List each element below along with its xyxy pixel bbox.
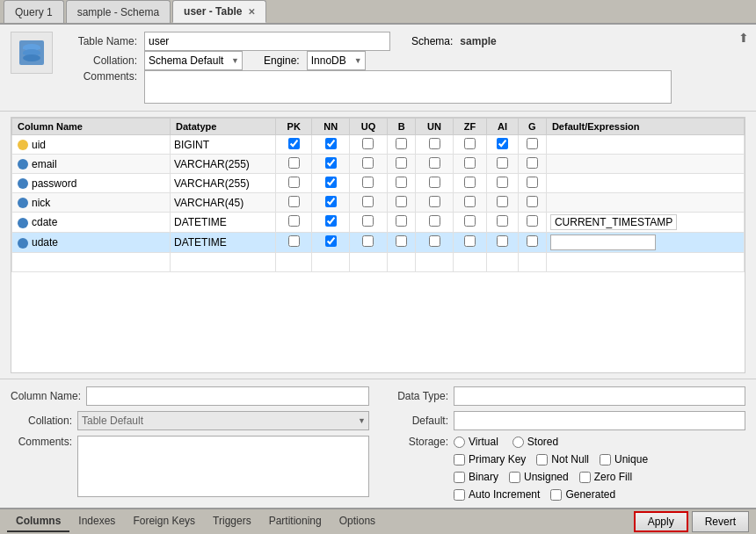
- tab-columns[interactable]: Columns: [7, 511, 69, 532]
- col-un-cb[interactable]: [429, 138, 440, 149]
- collapse-icon[interactable]: ⬆: [738, 32, 749, 44]
- detail-column-name-input[interactable]: [86, 386, 369, 406]
- col-pk-cb[interactable]: [288, 235, 300, 247]
- col-ai-cell[interactable]: [487, 135, 518, 155]
- not-null-checkbox[interactable]: [536, 454, 548, 465]
- col-nn-cb[interactable]: [325, 157, 337, 169]
- table-row[interactable]: email VARCHAR(255): [12, 155, 745, 174]
- col-nn-cell[interactable]: [312, 135, 349, 155]
- col-pk-cell[interactable]: [276, 135, 312, 155]
- table-name-input[interactable]: [144, 32, 390, 51]
- col-pk-cb[interactable]: [288, 138, 300, 149]
- detail-datatype-input[interactable]: [454, 386, 745, 406]
- col-g-cb[interactable]: [527, 157, 538, 169]
- col-nn-cb[interactable]: [325, 196, 337, 207]
- col-ai-cb[interactable]: [497, 138, 508, 149]
- col-g-cell[interactable]: [518, 233, 546, 253]
- tab-table-close-icon[interactable]: ✕: [248, 7, 255, 17]
- col-zf-cell[interactable]: [453, 233, 487, 253]
- col-uq-cb[interactable]: [362, 235, 374, 247]
- col-un-cell[interactable]: [416, 135, 453, 155]
- storage-stored-radio[interactable]: [512, 437, 524, 448]
- col-ai-cb[interactable]: [497, 215, 508, 227]
- col-pk-cell[interactable]: [276, 174, 312, 193]
- col-ai-cell[interactable]: [487, 213, 518, 233]
- col-zf-cb[interactable]: [464, 157, 476, 169]
- col-uq-cb[interactable]: [362, 196, 374, 207]
- col-zf-cell[interactable]: [453, 213, 487, 233]
- table-row[interactable]: udate DATETIME: [12, 233, 745, 253]
- col-ai-cb[interactable]: [497, 235, 508, 247]
- binary-item[interactable]: Binary: [454, 471, 498, 483]
- col-ai-cb[interactable]: [497, 177, 508, 188]
- col-b-cell[interactable]: [388, 193, 416, 213]
- col-nn-cell[interactable]: [312, 213, 349, 233]
- col-nn-cb[interactable]: [325, 138, 337, 149]
- col-uq-cell[interactable]: [349, 155, 387, 174]
- tab-table[interactable]: user - Table ✕: [172, 0, 265, 23]
- tab-options[interactable]: Options: [331, 511, 384, 532]
- col-ai-cell[interactable]: [487, 193, 518, 213]
- col-uq-cell[interactable]: [349, 213, 387, 233]
- col-nn-cell[interactable]: [312, 174, 349, 193]
- col-g-cb[interactable]: [527, 196, 538, 207]
- col-un-cell[interactable]: [416, 155, 453, 174]
- col-ai-cell[interactable]: [487, 233, 518, 253]
- generated-checkbox[interactable]: [550, 489, 562, 501]
- col-b-cell[interactable]: [388, 233, 416, 253]
- col-g-cell[interactable]: [518, 155, 546, 174]
- zero-fill-checkbox[interactable]: [579, 472, 591, 483]
- col-pk-cb[interactable]: [288, 157, 300, 169]
- col-g-cell[interactable]: [518, 135, 546, 155]
- tab-schema[interactable]: sample - Schema: [66, 0, 171, 23]
- engine-select[interactable]: InnoDB: [307, 51, 366, 70]
- tab-partitioning[interactable]: Partitioning: [260, 511, 331, 532]
- col-uq-cell[interactable]: [349, 193, 387, 213]
- col-un-cb[interactable]: [429, 235, 440, 247]
- col-un-cb[interactable]: [429, 177, 440, 188]
- col-b-cell[interactable]: [388, 213, 416, 233]
- col-b-cell[interactable]: [388, 174, 416, 193]
- col-uq-cb[interactable]: [362, 157, 374, 169]
- tab-triggers[interactable]: Triggers: [204, 511, 260, 532]
- col-zf-cb[interactable]: [464, 215, 476, 227]
- col-b-cb[interactable]: [396, 157, 407, 169]
- binary-checkbox[interactable]: [454, 472, 465, 483]
- col-pk-cb[interactable]: [288, 196, 300, 207]
- col-un-cell[interactable]: [416, 233, 453, 253]
- col-un-cb[interactable]: [429, 196, 440, 207]
- auto-increment-item[interactable]: Auto Increment: [454, 488, 540, 501]
- col-uq-cell[interactable]: [349, 174, 387, 193]
- tab-query1[interactable]: Query 1: [4, 0, 64, 23]
- col-b-cb[interactable]: [396, 196, 407, 207]
- auto-increment-checkbox[interactable]: [454, 489, 465, 501]
- col-nn-cell[interactable]: [312, 155, 349, 174]
- col-un-cell[interactable]: [416, 193, 453, 213]
- col-uq-cb[interactable]: [362, 138, 374, 149]
- col-ai-cell[interactable]: [487, 155, 518, 174]
- col-g-cb[interactable]: [527, 215, 538, 227]
- col-nn-cb[interactable]: [325, 177, 337, 188]
- storage-stored-item[interactable]: Stored: [512, 436, 558, 448]
- unsigned-item[interactable]: Unsigned: [509, 471, 569, 483]
- col-uq-cb[interactable]: [362, 215, 374, 227]
- tab-foreign-keys[interactable]: Foreign Keys: [124, 511, 204, 532]
- primary-key-item[interactable]: Primary Key: [454, 453, 526, 465]
- col-un-cell[interactable]: [416, 174, 453, 193]
- col-un-cb[interactable]: [429, 157, 440, 169]
- unique-item[interactable]: Unique: [600, 453, 648, 465]
- col-un-cb[interactable]: [429, 215, 440, 227]
- collation-select[interactable]: Schema Default: [144, 51, 243, 70]
- storage-virtual-radio[interactable]: [454, 437, 465, 448]
- col-pk-cell[interactable]: [276, 155, 312, 174]
- col-zf-cb[interactable]: [464, 235, 476, 247]
- unsigned-checkbox[interactable]: [509, 472, 520, 483]
- col-g-cb[interactable]: [527, 138, 538, 149]
- table-row[interactable]: password VARCHAR(255): [12, 174, 745, 193]
- col-zf-cb[interactable]: [464, 196, 476, 207]
- col-pk-cell[interactable]: [276, 233, 312, 253]
- col-zf-cell[interactable]: [453, 193, 487, 213]
- col-g-cb[interactable]: [527, 235, 538, 247]
- col-b-cell[interactable]: [388, 155, 416, 174]
- col-b-cell[interactable]: [388, 135, 416, 155]
